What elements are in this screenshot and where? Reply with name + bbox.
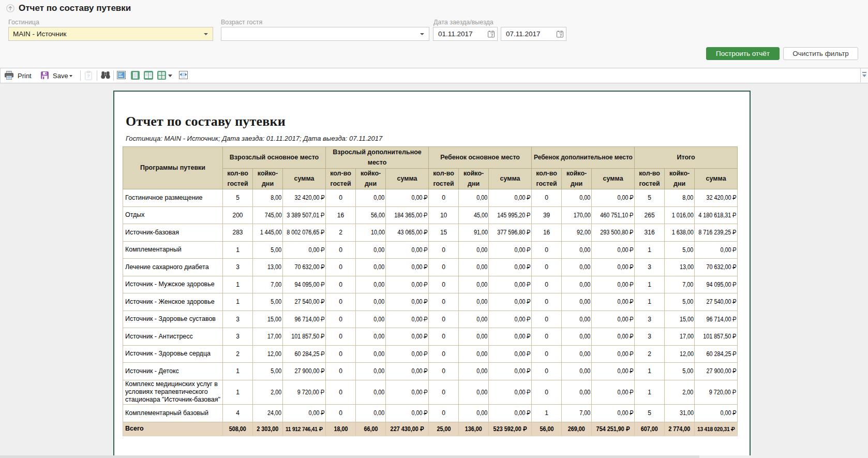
- svg-text:7: 7: [560, 34, 562, 37]
- svg-text:?: ?: [87, 73, 90, 79]
- svg-text:7: 7: [491, 34, 493, 37]
